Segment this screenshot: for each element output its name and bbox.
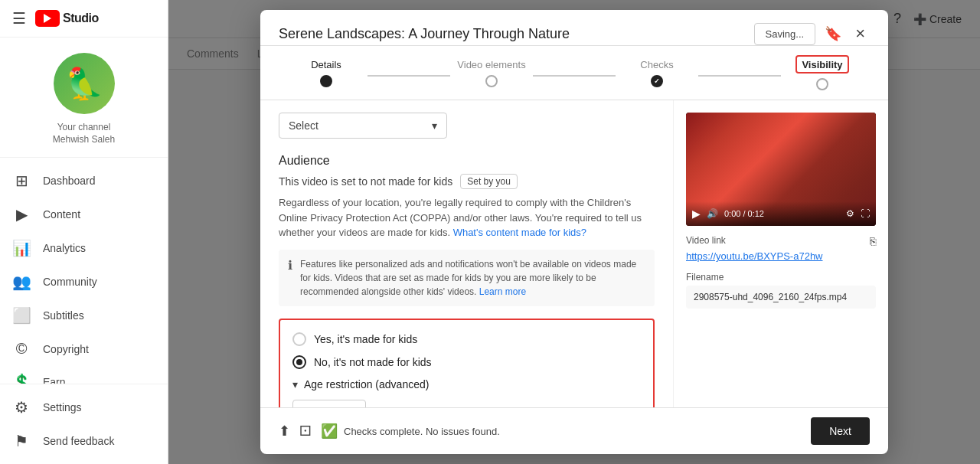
audience-title: Audience	[279, 154, 655, 168]
step-video-elements-label: Video elements	[457, 59, 525, 70]
sidebar-item-label: Dashboard	[43, 175, 96, 187]
video-link-info: Video link https://youtu.be/BXYPS-a72hw	[686, 235, 823, 263]
avatar: 🦜	[54, 53, 115, 114]
step-checks-dot: ✓	[651, 75, 663, 87]
step-details-label: Details	[311, 59, 341, 70]
left-panel: Select ▾ Audience This video is set to n…	[260, 100, 674, 407]
earn-icon: 💲	[12, 373, 31, 384]
upload-icon[interactable]: ⬆	[279, 423, 290, 439]
step-visibility-dot	[816, 78, 828, 90]
select-dropdown[interactable]: Select ▾	[279, 113, 447, 139]
sidebar-item-subtitles[interactable]: ⬜ Subtitles	[0, 299, 168, 332]
age-restriction[interactable]: ▾ Age restriction (advanced)	[292, 378, 641, 390]
sidebar-item-label: Send feedback	[43, 435, 114, 447]
fullscreen-button[interactable]: ⛶	[861, 208, 870, 219]
step-visibility[interactable]: Visibility	[781, 55, 864, 90]
age-restriction-label: Age restriction (advanced)	[304, 378, 429, 390]
audience-status-text: This video is set to not made for kids	[279, 175, 452, 188]
step-visibility-label: Visibility	[802, 59, 842, 70]
chevron-age-restriction-icon: ▾	[292, 378, 298, 390]
sidebar-item-analytics[interactable]: 📊 Analytics	[0, 231, 168, 265]
show-more-button[interactable]: Show more	[292, 400, 366, 408]
radio-no-kids-label: No, it's not made for kids	[314, 356, 432, 368]
audience-section: Audience This video is set to not made f…	[279, 154, 655, 407]
stepper-row: Details Video elements Checks ✓	[285, 55, 864, 100]
sidebar-item-label: Earn	[43, 376, 66, 384]
checks-status: ✅ Checks complete. No issues found.	[321, 423, 500, 439]
sidebar-item-settings[interactable]: ⚙ Settings	[0, 390, 168, 424]
subtitles-icon: ⬜	[12, 306, 31, 325]
radio-no-kids[interactable]: No, it's not made for kids	[292, 355, 641, 369]
volume-button[interactable]: 🔊	[707, 208, 718, 219]
nav-items: ⊞ Dashboard ▶ Content 📊 Analytics 👥 Comm…	[0, 158, 168, 384]
chevron-down-icon: ▾	[432, 119, 437, 132]
video-preview: ▶ 🔊 0:00 / 0:12 ⚙ ⛶	[686, 113, 876, 226]
modal-overlay: Serene Landscapes: A Journey Through Nat…	[168, 0, 980, 464]
settings-video-button[interactable]: ⚙	[846, 208, 854, 219]
sidebar-item-copyright[interactable]: © Copyright	[0, 332, 168, 365]
legal-link[interactable]: What's content made for kids?	[453, 227, 586, 238]
copyright-icon: ©	[12, 340, 31, 358]
step-connector-1	[368, 75, 450, 77]
youtube-icon	[35, 10, 60, 27]
sidebar-footer: ⚙ Settings ⚑ Send feedback	[0, 384, 168, 464]
video-link-row: Video link https://youtu.be/BXYPS-a72hw …	[686, 235, 876, 263]
dashboard-icon: ⊞	[12, 172, 31, 190]
sidebar-item-community[interactable]: 👥 Community	[0, 265, 168, 299]
sidebar: ☰ Studio 🦜 Your channel Mehwish Saleh ⊞ …	[0, 0, 168, 464]
sidebar-item-label: Content	[43, 208, 80, 221]
sidebar-item-send-feedback[interactable]: ⚑ Send feedback	[0, 424, 168, 458]
radio-yes-kids[interactable]: Yes, it's made for kids	[292, 332, 641, 346]
sidebar-header: ☰ Studio	[0, 0, 168, 38]
settings-icon: ⚙	[12, 398, 31, 417]
video-link-label: Video link	[686, 235, 823, 246]
cuts-icon[interactable]: ⚀	[299, 423, 312, 439]
sidebar-item-earn[interactable]: 💲 Earn	[0, 365, 168, 384]
app-title: Studio	[63, 11, 99, 25]
bookmark-icon[interactable]: 🔖	[822, 22, 844, 45]
modal-footer: ⬆ ⚀ ✅ Checks complete. No issues found. …	[260, 407, 888, 454]
step-video-elements[interactable]: Video elements	[450, 59, 533, 87]
sidebar-item-label: Settings	[43, 401, 82, 413]
step-checks[interactable]: Checks ✓	[616, 59, 698, 87]
video-controls: ▶ 🔊 0:00 / 0:12 ⚙ ⛶	[686, 201, 876, 226]
yt-logo: Studio	[35, 10, 99, 27]
sidebar-item-label: Community	[43, 276, 97, 288]
check-circle-icon: ✅	[321, 423, 338, 439]
step-connector-3	[698, 75, 781, 77]
modal-body: Select ▾ Audience This video is set to n…	[260, 100, 888, 407]
next-button[interactable]: Next	[811, 417, 870, 445]
channel-info: 🦜 Your channel Mehwish Saleh	[0, 38, 168, 158]
learn-more-link[interactable]: Learn more	[479, 286, 526, 297]
copy-icon[interactable]: ⎘	[870, 235, 876, 247]
select-value: Select	[289, 119, 318, 132]
close-button[interactable]: ×	[851, 22, 870, 45]
radio-yes-kids-label: Yes, it's made for kids	[314, 333, 417, 345]
info-box: ℹ Features like personalized ads and not…	[279, 250, 655, 306]
saving-button[interactable]: Saving...	[754, 23, 816, 45]
hamburger-icon[interactable]: ☰	[12, 9, 26, 28]
channel-label: Your channel	[57, 122, 111, 132]
feedback-icon: ⚑	[12, 432, 31, 450]
stepper: Details Video elements Checks ✓	[260, 46, 888, 100]
channel-handle: Mehwish Saleh	[53, 134, 115, 145]
sidebar-item-label: Copyright	[43, 343, 89, 355]
right-panel: ▶ 🔊 0:00 / 0:12 ⚙ ⛶ Video link https://y…	[674, 100, 888, 407]
check-mark: ✓	[654, 77, 660, 85]
video-url[interactable]: https://youtu.be/BXYPS-a72hw	[686, 250, 823, 262]
main-content: ? ➕ Create Comments Likes (vs. d Serene …	[168, 0, 980, 464]
modal-title: Serene Landscapes: A Journey Through Nat…	[279, 26, 754, 42]
sidebar-item-label: Analytics	[43, 242, 86, 254]
select-row: Select ▾	[279, 113, 655, 139]
radio-no-kids-input[interactable]	[292, 355, 306, 369]
set-by-you-badge: Set by you	[460, 174, 518, 189]
step-details[interactable]: Details	[285, 59, 368, 87]
step-connector-2	[533, 75, 616, 77]
sidebar-item-content[interactable]: ▶ Content	[0, 198, 168, 231]
sidebar-item-dashboard[interactable]: ⊞ Dashboard	[0, 164, 168, 198]
radio-yes-kids-input[interactable]	[292, 332, 306, 346]
step-video-elements-dot	[485, 75, 498, 87]
play-button[interactable]: ▶	[692, 207, 701, 220]
sidebar-item-label: Subtitles	[43, 309, 84, 322]
time-display: 0:00 / 0:12	[724, 209, 840, 218]
